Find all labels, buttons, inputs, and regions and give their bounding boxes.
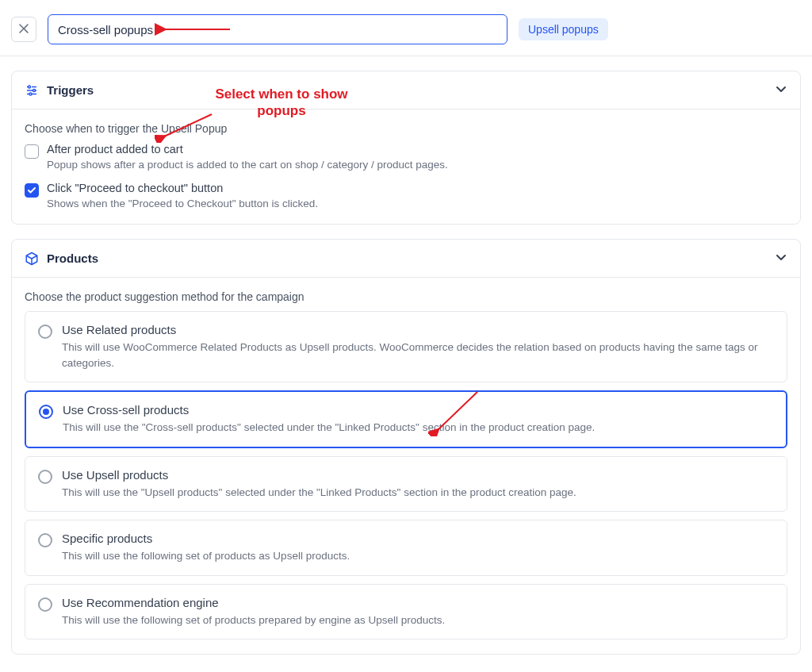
chevron-down-icon bbox=[775, 83, 787, 98]
product-option-related[interactable]: Use Related products This will use WooCo… bbox=[25, 311, 787, 382]
trigger-option-label: After product added to cart bbox=[47, 143, 448, 156]
product-option-label: Use Related products bbox=[62, 323, 774, 336]
product-option-specific[interactable]: Specific products This will use the foll… bbox=[25, 520, 787, 576]
triggers-panel: Triggers Choose when to trigger the Upse… bbox=[11, 71, 801, 225]
product-option-desc: This will use the "Cross-sell products" … bbox=[63, 420, 595, 436]
products-panel-header[interactable]: Products bbox=[12, 240, 800, 278]
radio[interactable] bbox=[38, 597, 52, 612]
product-option-upsell[interactable]: Use Upsell products This will use the "U… bbox=[25, 456, 787, 513]
products-panel: Products Choose the product suggestion m… bbox=[11, 239, 801, 655]
product-option-cross-sell[interactable]: Use Cross-sell products This will use th… bbox=[25, 390, 787, 448]
top-bar: Upsell popups bbox=[0, 0, 812, 56]
product-option-recommendation[interactable]: Use Recommendation engine This will use … bbox=[25, 584, 787, 640]
triggers-body: Choose when to trigger the Upsell Popup … bbox=[12, 109, 800, 224]
product-option-label: Use Upsell products bbox=[62, 468, 576, 482]
product-option-desc: This will use the "Upsell products" sele… bbox=[62, 485, 576, 501]
trigger-option-proceed-checkout[interactable]: Click "Proceed to checkout" button Shows… bbox=[25, 182, 787, 209]
product-option-desc: This will use WooCommerce Related Produc… bbox=[62, 340, 774, 371]
svg-point-0 bbox=[29, 86, 31, 88]
product-option-desc: This will use the following set of produ… bbox=[62, 612, 445, 628]
radio[interactable] bbox=[38, 324, 52, 339]
triggers-icon bbox=[25, 83, 39, 98]
trigger-option-desc: Shows when the "Proceed to Checkout" but… bbox=[47, 198, 318, 209]
radio[interactable] bbox=[38, 533, 52, 547]
checkbox[interactable] bbox=[25, 183, 39, 198]
trigger-option-label: Click "Proceed to checkout" button bbox=[47, 182, 318, 194]
radio[interactable] bbox=[39, 405, 53, 419]
triggers-panel-header[interactable]: Triggers bbox=[12, 71, 800, 109]
chevron-down-icon bbox=[775, 251, 787, 266]
product-option-desc: This will use the following set of produ… bbox=[62, 548, 350, 564]
triggers-instruction: Choose when to trigger the Upsell Popup bbox=[25, 122, 787, 135]
close-button[interactable] bbox=[11, 17, 36, 42]
campaign-title-input[interactable] bbox=[48, 14, 508, 44]
products-instruction: Choose the product suggestion method for… bbox=[25, 290, 787, 303]
svg-point-3 bbox=[33, 89, 36, 91]
checkbox[interactable] bbox=[25, 144, 39, 159]
products-title: Products bbox=[47, 252, 775, 265]
radio[interactable] bbox=[38, 470, 52, 484]
trigger-option-desc: Popup shows after a product is added to … bbox=[47, 159, 448, 171]
product-option-label: Specific products bbox=[62, 532, 350, 545]
trigger-option-after-add[interactable]: After product added to cart Popup shows … bbox=[25, 143, 787, 171]
product-option-label: Use Cross-sell products bbox=[63, 403, 595, 417]
products-icon bbox=[25, 252, 39, 266]
triggers-title: Triggers bbox=[47, 83, 775, 97]
product-option-label: Use Recommendation engine bbox=[62, 596, 445, 609]
svg-point-6 bbox=[29, 93, 32, 95]
campaign-type-tag: Upsell popups bbox=[519, 18, 608, 40]
close-icon bbox=[18, 23, 29, 36]
products-body: Choose the product suggestion method for… bbox=[12, 278, 800, 654]
